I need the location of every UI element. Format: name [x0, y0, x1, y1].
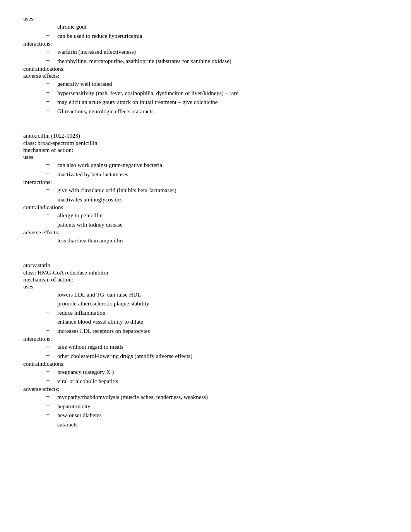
item-text: theophylline, mercatopurine, azathioprin… — [57, 57, 231, 66]
item-text: enhance blood vessel ability to dilate — [57, 317, 143, 326]
allopurinol-section: uses: – chronic gout – can be used to re… — [23, 15, 388, 116]
item-text: viral or alcoholic hepatitis — [57, 377, 118, 386]
dash-icon: – — [46, 411, 54, 418]
item-text: GI reactions, neurologic effects, catara… — [57, 107, 154, 116]
item-text: take without regard to meals — [57, 343, 123, 351]
item-text: generally well tolerated — [57, 80, 112, 89]
item-text: new-onset diabetes — [57, 411, 102, 420]
dash-icon: – — [46, 317, 54, 324]
list-item: – other cholesterol-lowering drugs (ampl… — [23, 352, 388, 361]
list-item: – warfarin (increased effectiveness) — [23, 48, 388, 56]
list-item: – enhance blood vessel ability to dilate — [23, 317, 388, 326]
item-text: inactivated by beta-lactamases — [57, 170, 128, 179]
uses-label-2: uses: — [23, 154, 388, 160]
list-item: – new-onset diabetes — [23, 411, 388, 420]
contraindications-label-3: contraindications: — [23, 361, 388, 367]
dash-icon: – — [46, 195, 54, 202]
item-text: chronic gout — [57, 22, 86, 31]
adverse-effects-label-2: adverse effects: — [23, 229, 388, 236]
list-item: – pregnancy (category X ) — [23, 368, 388, 377]
list-item: – give with clavulanic acid (inhibits be… — [23, 186, 388, 195]
dash-icon: – — [46, 393, 54, 399]
dash-icon: – — [46, 368, 54, 374]
list-item: – can be used to reduce hyperuricemia — [23, 32, 388, 41]
dash-icon: – — [46, 402, 54, 409]
list-item: – patients with kidney disease — [23, 220, 388, 229]
item-text: cataracts — [57, 420, 77, 429]
dash-icon: – — [46, 186, 54, 193]
item-text: allergy to penicillin — [57, 211, 103, 220]
list-item: – lowers LDL and TG, can raise HDL — [23, 290, 388, 299]
item-text: reduce inflammation — [57, 309, 106, 317]
item-text: promote atherosclerotic plaque stability — [57, 299, 149, 308]
uses-label-1: uses: — [23, 15, 388, 22]
dash-icon: – — [46, 299, 54, 306]
list-item: – may elicit an acute gouty attack on in… — [23, 98, 388, 107]
list-item: – cataracts — [23, 420, 388, 429]
amoxicillin-class: class: broad-spectrum penicillin — [23, 140, 388, 147]
dash-icon: – — [46, 22, 54, 29]
list-item: – chronic gout — [23, 22, 388, 31]
list-item: – reduce inflammation — [23, 309, 388, 317]
list-item: – inactivates aminoglycosides — [23, 195, 388, 204]
atorvastatin-class: class: HMG-CoA reductase inhibitor — [23, 269, 388, 276]
dash-icon: – — [46, 89, 54, 95]
adverse-effects-label-1: adverse effects: — [23, 73, 388, 79]
item-text: hypersensitivity (rash, fever, eosinophi… — [57, 89, 238, 98]
list-item: – hypersensitivity (rash, fever, eosinop… — [23, 89, 388, 98]
item-text: hepatotoxicity — [57, 402, 91, 411]
item-text: pregnancy (category X ) — [57, 368, 114, 377]
amoxicillin-section: amoxicillin (1022-1023) class: broad-spe… — [23, 133, 388, 245]
contraindications-label-1: contraindications: — [23, 66, 388, 72]
item-text: inactivates aminoglycosides — [57, 195, 123, 204]
item-text: other cholesterol-lowering drugs (amplif… — [57, 352, 192, 361]
item-text: may elicit an acute gouty attack on init… — [57, 98, 217, 107]
list-item: – generally well tolerated — [23, 80, 388, 89]
item-text: patients with kidney disease — [57, 220, 123, 229]
list-item: – allergy to penicillin — [23, 211, 388, 220]
amoxicillin-mechanism: mechanism of action: — [23, 147, 388, 153]
list-item: – hepatotoxicity — [23, 402, 388, 411]
uses-label-3: uses: — [23, 283, 388, 290]
item-text: increases LDL receptors on hepatocytes — [57, 327, 150, 336]
list-item: – inactivated by beta-lactamases — [23, 170, 388, 179]
list-item: – can also work against gram-negative ba… — [23, 161, 388, 170]
dash-icon: – — [46, 420, 54, 427]
item-text: warfarin (increased effectiveness) — [57, 48, 136, 56]
dash-icon: – — [46, 107, 54, 114]
item-text: can be used to reduce hyperuricemia — [57, 32, 142, 41]
list-item: – theophylline, mercatopurine, azathiopr… — [23, 57, 388, 66]
dash-icon: – — [46, 57, 54, 63]
list-item: – increases LDL receptors on hepatocytes — [23, 327, 388, 336]
item-text: lowers LDL and TG, can raise HDL — [57, 290, 141, 299]
interactions-label-3: interactions: — [23, 336, 388, 342]
dash-icon: – — [46, 327, 54, 333]
amoxicillin-title: amoxicillin (1022-1023) — [23, 133, 388, 139]
list-item: – viral or alcoholic hepatitis — [23, 377, 388, 386]
item-text: myopathy/rhabdomyolysis (muscle aches, t… — [57, 393, 208, 402]
dash-icon: – — [46, 98, 54, 104]
dash-icon: – — [46, 309, 54, 315]
dash-icon: – — [46, 343, 54, 349]
page-content: uses: – chronic gout – can be used to re… — [23, 15, 388, 429]
interactions-label-1: interactions: — [23, 41, 388, 47]
list-item: – less diarrhea than ampicillin — [23, 236, 388, 245]
dash-icon: – — [46, 170, 54, 177]
dash-icon: – — [46, 211, 54, 218]
adverse-effects-label-3: adverse effects: — [23, 386, 388, 392]
atorvastatin-section: atorvastatin class: HMG-CoA reductase in… — [23, 262, 388, 429]
list-item: – myopathy/rhabdomyolysis (muscle aches,… — [23, 393, 388, 402]
atorvastatin-mechanism: mechanism of action: — [23, 276, 388, 283]
contraindications-label-2: contraindications: — [23, 204, 388, 211]
dash-icon: – — [46, 352, 54, 358]
dash-icon: – — [46, 377, 54, 384]
dash-icon: – — [46, 290, 54, 297]
dash-icon: – — [46, 236, 54, 243]
interactions-label-2: interactions: — [23, 179, 388, 186]
item-text: give with clavulanic acid (inhibits beta… — [57, 186, 176, 195]
item-text: can also work against gram-negative bact… — [57, 161, 162, 170]
item-text: less diarrhea than ampicillin — [57, 236, 123, 245]
dash-icon: – — [46, 80, 54, 86]
dash-icon: – — [46, 48, 54, 54]
list-item: – take without regard to meals — [23, 343, 388, 351]
